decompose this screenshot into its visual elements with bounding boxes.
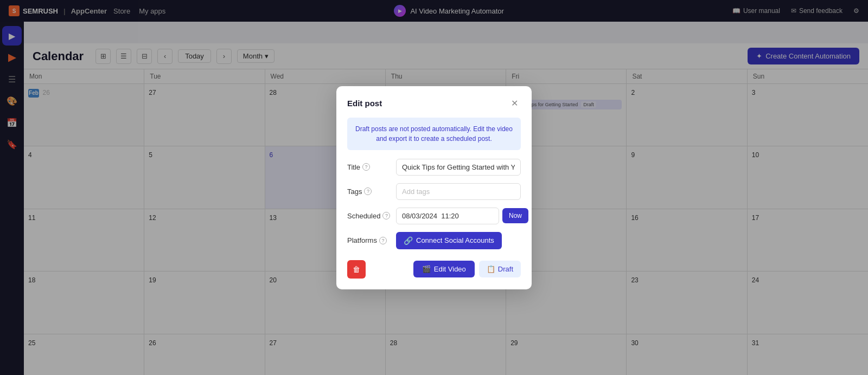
tags-input[interactable] (396, 183, 521, 200)
modal-overlay[interactable]: Edit post ✕ Draft posts are not posted a… (0, 0, 868, 375)
modal-footer: 🗑 🎬 Edit Video 📋 Draft (347, 258, 521, 279)
modal-header: Edit post ✕ (347, 97, 521, 110)
draft-notice-text: Draft posts are not posted automatically… (355, 125, 513, 143)
connect-social-accounts-button[interactable]: 🔗 Connect Social Accounts (396, 232, 502, 249)
edit-video-button[interactable]: 🎬 Edit Video (413, 261, 475, 277)
scheduled-row: Scheduled ? Now (347, 208, 521, 224)
draft-icon: 📋 (487, 265, 495, 273)
title-help-icon: ? (362, 163, 370, 171)
modal-close-button[interactable]: ✕ (508, 97, 521, 110)
scheduled-date-input[interactable] (396, 208, 499, 224)
modal-title: Edit post (347, 99, 382, 108)
link-icon: 🔗 (404, 236, 413, 245)
tags-label: Tags ? (347, 188, 396, 196)
draft-button[interactable]: 📋 Draft (479, 261, 521, 277)
platforms-row: Platforms ? 🔗 Connect Social Accounts (347, 232, 521, 249)
scheduled-help-icon: ? (382, 212, 390, 219)
tags-help-icon: ? (364, 188, 372, 195)
platforms-help-icon: ? (379, 237, 387, 244)
delete-button[interactable]: 🗑 (347, 260, 366, 279)
title-input[interactable] (396, 159, 521, 176)
scheduled-input-group: Now (396, 208, 528, 224)
platforms-label: Platforms ? (347, 236, 396, 244)
platforms-label-text: Platforms (347, 236, 377, 244)
tags-row: Tags ? (347, 183, 521, 200)
now-button[interactable]: Now (502, 208, 528, 223)
scheduled-label-text: Scheduled (347, 212, 380, 220)
title-label-text: Title (347, 163, 360, 171)
connect-btn-label: Connect Social Accounts (416, 236, 494, 244)
draft-notice: Draft posts are not posted automatically… (347, 118, 521, 150)
tags-label-text: Tags (347, 188, 362, 196)
footer-right: 🎬 Edit Video 📋 Draft (413, 261, 521, 277)
trash-icon: 🗑 (353, 265, 360, 274)
draft-label: Draft (498, 265, 513, 273)
title-label: Title ? (347, 163, 396, 171)
edit-post-modal: Edit post ✕ Draft posts are not posted a… (336, 86, 532, 289)
title-row: Title ? (347, 159, 521, 176)
edit-video-label: Edit Video (434, 265, 466, 273)
scheduled-label: Scheduled ? (347, 212, 396, 220)
video-icon: 🎬 (422, 265, 431, 273)
